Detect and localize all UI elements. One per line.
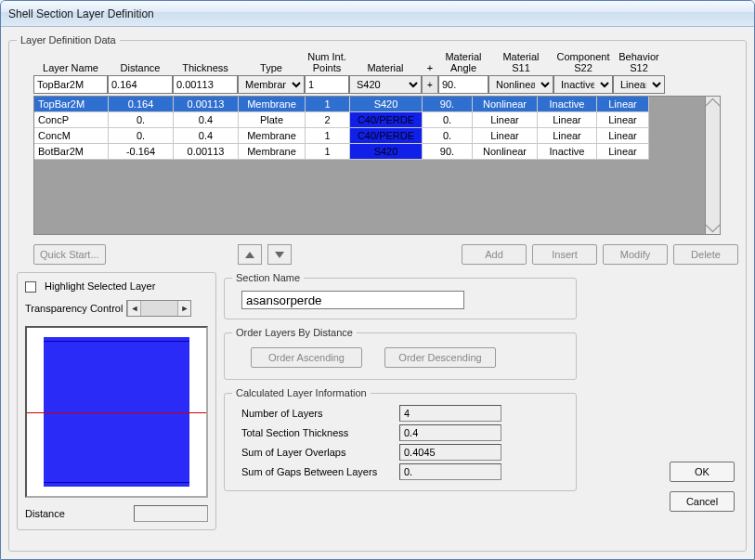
transparency-label: Transparency Control — [25, 303, 123, 314]
select-s22[interactable]: Inactive — [553, 75, 613, 94]
hdr-material: Material — [349, 51, 422, 73]
cell-s22: Inactive — [538, 97, 597, 112]
input-numint[interactable] — [305, 75, 349, 94]
preview-bot-bar — [44, 482, 189, 483]
cell-thickness: 0.4 — [174, 128, 239, 144]
transparency-spinner[interactable]: ◄ ► — [126, 300, 191, 317]
table-row[interactable]: ConcM0.0.4Membrane1C40/PERDE0.LinearLine… — [34, 128, 705, 144]
spinner-track[interactable] — [140, 301, 177, 316]
grid-scrollbar[interactable] — [705, 97, 720, 234]
cell-type: Plate — [239, 112, 306, 128]
input-distance[interactable] — [108, 75, 173, 94]
order-legend: Order Layers By Distance — [232, 327, 357, 338]
cell-angle: 0. — [423, 128, 473, 144]
order-ascending-button[interactable]: Order Ascending — [251, 347, 362, 368]
arrow-up-icon — [245, 252, 254, 258]
section-name-legend: Section Name — [232, 272, 304, 283]
cell-s11: Nonlinear — [473, 144, 538, 160]
cell-numint: 2 — [306, 112, 350, 128]
cell-s22: Linear — [538, 112, 597, 128]
layer-definition-group: Layer Definition Data Layer Name Distanc… — [8, 34, 747, 552]
hdr-s12: Behavior S12 — [613, 51, 665, 73]
material-add-button[interactable]: + — [422, 75, 438, 94]
delete-button[interactable]: Delete — [673, 244, 738, 265]
cell-angle: 0. — [423, 112, 473, 128]
cell-type: Membrane — [239, 97, 306, 112]
input-thickness[interactable] — [173, 75, 238, 94]
input-angle[interactable] — [438, 75, 488, 94]
cell-s12: Linear — [597, 97, 649, 112]
order-descending-button[interactable]: Order Descending — [384, 347, 496, 368]
preview-top-bar — [44, 341, 189, 342]
select-type[interactable]: Membrane — [238, 75, 305, 94]
cell-name: TopBar2M — [34, 97, 109, 112]
cell-thickness: 0.00113 — [174, 144, 239, 160]
cell-name: BotBar2M — [34, 144, 109, 160]
insert-button[interactable]: Insert — [532, 244, 597, 265]
cell-numint: 1 — [306, 97, 350, 112]
highlight-label: Highlight Selected Layer — [45, 280, 155, 292]
overlaps-value: 0.4045 — [399, 444, 501, 461]
table-row[interactable]: ConcP0.0.4Plate2C40/PERDE0.LinearLinearL… — [34, 112, 705, 128]
cell-s11: Nonlinear — [473, 97, 538, 112]
quick-start-button[interactable]: Quick Start... — [33, 244, 106, 265]
dialog-window: Shell Section Layer Definition Layer Def… — [0, 0, 755, 560]
cell-distance: 0.164 — [109, 97, 174, 112]
section-name-group: Section Name — [224, 272, 577, 319]
highlight-row: Highlight Selected Layer — [25, 280, 208, 293]
order-group: Order Layers By Distance Order Ascending… — [224, 327, 577, 380]
select-s12[interactable]: Linear — [613, 75, 665, 94]
gaps-label: Sum of Gaps Between Layers — [241, 466, 399, 477]
select-material[interactable]: S420 — [349, 75, 422, 94]
modify-button[interactable]: Modify — [603, 244, 668, 265]
calc-info-group: Calculated Layer Information Number of L… — [224, 387, 577, 491]
cell-s22: Inactive — [538, 144, 597, 160]
cancel-button[interactable]: Cancel — [670, 491, 735, 512]
ok-button[interactable]: OK — [670, 462, 735, 482]
table-row[interactable]: BotBar2M-0.1640.00113Membrane1S42090.Non… — [34, 144, 705, 160]
cell-distance: 0. — [109, 112, 174, 128]
grid-actions: Quick Start... Add Insert Modify Delete — [33, 244, 738, 265]
move-up-button[interactable] — [238, 244, 262, 265]
content-area: Layer Definition Data Layer Name Distanc… — [1, 27, 754, 559]
spinner-left-icon: ◄ — [127, 301, 140, 316]
calc-info-legend: Calculated Layer Information — [232, 387, 371, 398]
cell-material: S420 — [350, 97, 423, 112]
gaps-value: 0. — [399, 463, 501, 480]
cell-angle: 90. — [423, 97, 473, 112]
totalthick-label: Total Section Thickness — [241, 427, 399, 438]
table-row[interactable]: TopBar2M0.1640.00113Membrane1S42090.Nonl… — [34, 97, 705, 112]
right-column: Section Name Order Layers By Distance Or… — [224, 272, 738, 530]
section-name-input[interactable] — [241, 291, 464, 309]
move-down-button[interactable] — [267, 244, 292, 265]
cell-numint: 1 — [306, 144, 350, 160]
highlight-checkbox[interactable] — [25, 281, 36, 293]
cell-material: C40/PERDE — [350, 128, 423, 144]
dialog-buttons: OK Cancel — [670, 462, 735, 512]
hdr-numint: Num Int. Points — [305, 51, 349, 73]
overlaps-label: Sum of Layer Overlaps — [241, 447, 399, 458]
numlayers-label: Number of Layers — [241, 408, 399, 419]
distance-readout-label: Distance — [25, 508, 65, 519]
cell-name: ConcP — [34, 112, 109, 128]
hdr-name: Layer Name — [33, 51, 108, 73]
cell-numint: 1 — [306, 128, 350, 144]
cell-s22: Linear — [538, 128, 597, 144]
hdr-s22: Component S22 — [553, 51, 613, 73]
totalthick-value: 0.4 — [399, 424, 501, 441]
cell-material: S420 — [350, 144, 423, 160]
layer-grid[interactable]: TopBar2M0.1640.00113Membrane1S42090.Nonl… — [33, 96, 721, 235]
input-row: Membrane S420 + Nonlinear Inactive Linea… — [33, 75, 738, 94]
cell-s11: Linear — [473, 112, 538, 128]
add-button[interactable]: Add — [462, 244, 527, 265]
cell-type: Membrane — [239, 128, 306, 144]
input-layer-name[interactable] — [33, 75, 108, 94]
titlebar[interactable]: Shell Section Layer Definition — [1, 1, 754, 27]
select-s11[interactable]: Nonlinear — [488, 75, 553, 94]
hdr-thickness: Thickness — [173, 51, 238, 73]
cell-distance: 0. — [109, 128, 174, 144]
hdr-distance: Distance — [108, 51, 173, 73]
window-title: Shell Section Layer Definition — [8, 7, 154, 20]
hdr-type: Type — [238, 51, 305, 73]
column-headers: Layer Name Distance Thickness Type Num I… — [33, 51, 738, 73]
